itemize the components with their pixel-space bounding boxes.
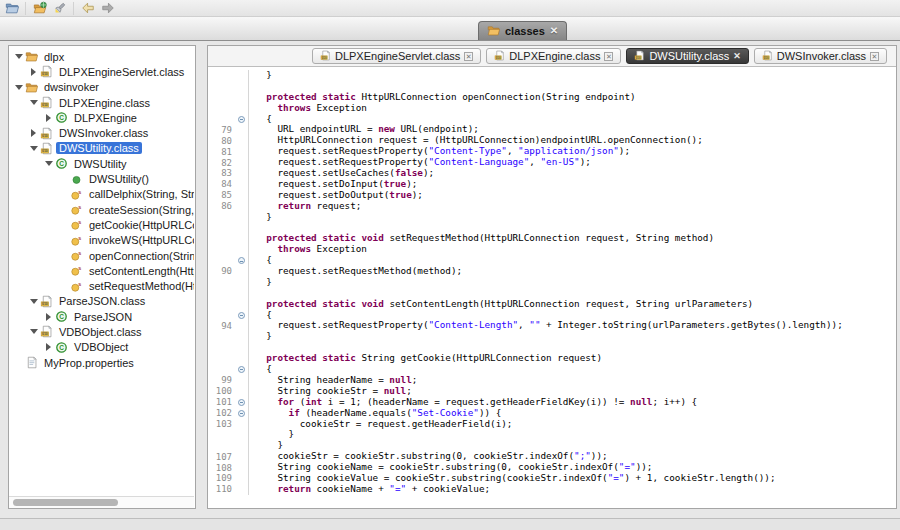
scrollbar-thumb[interactable] (13, 499, 118, 506)
sidebar-item-dwsutility-class[interactable]: 010DWSUtility.class (9, 141, 194, 156)
disclosure-open-icon[interactable] (28, 329, 39, 334)
code-line: protected static void setContentLength(H… (208, 299, 896, 310)
tree-horizontal-scrollbar[interactable] (9, 496, 194, 508)
close-icon[interactable]: ✕ (604, 52, 613, 61)
code-line: 86 return request; (208, 201, 896, 212)
code-text: } (249, 277, 272, 288)
fold-column (235, 462, 249, 473)
sidebar-item-setcontentlength-http[interactable]: ssetContentLength(Http (9, 263, 194, 278)
sidebar-item-dwsinvoker[interactable]: dwsinvoker (9, 80, 194, 95)
sidebar-item-invokews-httpurlconn[interactable]: sinvokeWS(HttpURLConn (9, 233, 194, 248)
sidebar-item-createsession-string-st[interactable]: screateSession(String, St (9, 202, 194, 217)
fold-column (235, 342, 249, 353)
method-icon: s (69, 249, 83, 263)
classfile-icon: 010 (39, 325, 53, 339)
fold-toggle[interactable] (235, 255, 249, 266)
editor-tab-label: DWSUtility.class (649, 50, 729, 62)
tree-item-label: DWSUtility() (86, 173, 152, 185)
sidebar-item-calldelphix-string-strin[interactable]: scallDelphix(String, Strin (9, 187, 194, 202)
collapse-icon[interactable] (238, 399, 245, 406)
editor-tab-dlpxengineservlet-class[interactable]: 010DLPXEngineServlet.class✕ (312, 48, 481, 64)
sidebar-item-dlpxengine-class[interactable]: 010DLPXEngine.class (9, 95, 194, 110)
disclosure-closed-icon[interactable] (43, 343, 54, 351)
disclosure-open-icon[interactable] (28, 299, 39, 304)
method-icon: s (69, 218, 83, 232)
line-number: 80 (208, 136, 235, 146)
svg-text:C: C (59, 344, 64, 351)
status-bar (0, 518, 900, 530)
close-icon[interactable]: ✕ (870, 52, 879, 61)
sidebar-item-parsejson[interactable]: CParseJSON (9, 309, 194, 324)
fold-toggle[interactable] (235, 397, 249, 408)
disclosure-open-icon[interactable] (43, 161, 54, 166)
sidebar-item-dwsutility[interactable]: DWSUtility() (9, 171, 194, 186)
fold-column (235, 299, 249, 310)
folder-icon (24, 80, 38, 94)
sidebar-item-dlpxengineservlet-class[interactable]: 010DLPXEngineServlet.class (9, 64, 194, 79)
tree-item-label: openConnection(String (86, 250, 194, 262)
code-line: 103 cookieStr = request.getHeaderField(i… (208, 419, 896, 430)
collapse-icon[interactable] (238, 366, 245, 373)
disclosure-closed-icon[interactable] (43, 313, 54, 321)
line-number: 107 (208, 452, 235, 462)
sidebar-item-dlpx[interactable]: dlpx (9, 49, 194, 64)
fold-column (235, 473, 249, 484)
close-icon[interactable]: ✕ (733, 52, 741, 61)
collapse-icon[interactable] (238, 312, 245, 319)
svg-text:010: 010 (764, 55, 769, 59)
sidebar-item-vdbobject-class[interactable]: 010VDBObject.class (9, 324, 194, 339)
disclosure-closed-icon[interactable] (28, 129, 39, 137)
svg-text:010: 010 (496, 55, 501, 59)
disclosure-closed-icon[interactable] (28, 68, 39, 76)
line-number: 103 (208, 419, 235, 429)
sidebar-item-dwsinvoker-class[interactable]: 010DWSInvoker.class (9, 125, 194, 140)
code-area[interactable]: } protected static HttpURLConnection ope… (208, 67, 896, 508)
classfile-icon: 010 (39, 294, 53, 308)
fold-toggle[interactable] (235, 114, 249, 125)
disclosure-open-icon[interactable] (28, 100, 39, 105)
class-tree-panel: dlpx010DLPXEngineServlet.classdwsinvoker… (8, 45, 196, 509)
sidebar-item-dlpxengine[interactable]: CDLPXEngine (9, 110, 194, 125)
svg-text:010: 010 (42, 103, 48, 107)
sidebar-item-openconnection-string[interactable]: sopenConnection(String (9, 248, 194, 263)
close-icon[interactable]: ✕ (464, 52, 473, 61)
fold-toggle[interactable] (235, 364, 249, 375)
sidebar-item-myprop-properties[interactable]: MyProp.properties (9, 355, 194, 370)
classfile-icon: 010 (39, 126, 53, 140)
disclosure-open-icon[interactable] (13, 85, 24, 90)
code-line: throws Exception (208, 244, 896, 255)
classfile-icon: 010 (320, 50, 331, 63)
line-number: 100 (208, 386, 235, 396)
open-file-button[interactable] (4, 1, 19, 16)
collapse-icon[interactable] (238, 410, 245, 417)
svg-text:C: C (59, 160, 64, 167)
collapse-icon[interactable] (238, 116, 245, 123)
disclosure-closed-icon[interactable] (43, 114, 54, 122)
toolbar-separator (25, 2, 26, 15)
editor-tab-dwsinvoker-class[interactable]: 010DWSInvoker.class✕ (754, 48, 887, 64)
disclosure-open-icon[interactable] (28, 146, 39, 151)
collapse-icon[interactable] (238, 257, 245, 264)
editor-tab-dwsutility-class[interactable]: 010DWSUtility.class✕ (626, 48, 748, 64)
open-type-button[interactable] (32, 1, 47, 16)
fold-toggle[interactable] (235, 408, 249, 419)
classfile-icon: 010 (39, 65, 53, 79)
fold-toggle[interactable] (235, 310, 249, 321)
workspace-tab-classes[interactable]: classes ✕ (478, 21, 567, 40)
fold-column (235, 244, 249, 255)
back-button[interactable] (80, 1, 95, 16)
editor-tabs: 010DLPXEngineServlet.class✕010DLPXEngine… (312, 48, 887, 64)
forward-button[interactable] (100, 1, 115, 16)
tree-item-label: setRequestMethod(Http (86, 280, 194, 292)
line-number: 99 (208, 375, 235, 385)
search-button[interactable] (52, 1, 67, 16)
sidebar-item-getcookie-httpurlcon[interactable]: sgetCookie(HttpURLCon (9, 217, 194, 232)
disclosure-open-icon[interactable] (13, 54, 24, 59)
sidebar-item-vdbobject[interactable]: CVDBObject (9, 340, 194, 355)
close-icon[interactable]: ✕ (550, 26, 558, 36)
editor-tab-dlpxengine-class[interactable]: 010DLPXEngine.class✕ (486, 48, 621, 64)
sidebar-item-parsejson-class[interactable]: 010ParseJSON.class (9, 294, 194, 309)
sidebar-item-dwsutility[interactable]: CDWSUtility (9, 156, 194, 171)
sidebar-item-setrequestmethod-http[interactable]: ssetRequestMethod(Http (9, 278, 194, 293)
fold-column (235, 331, 249, 342)
